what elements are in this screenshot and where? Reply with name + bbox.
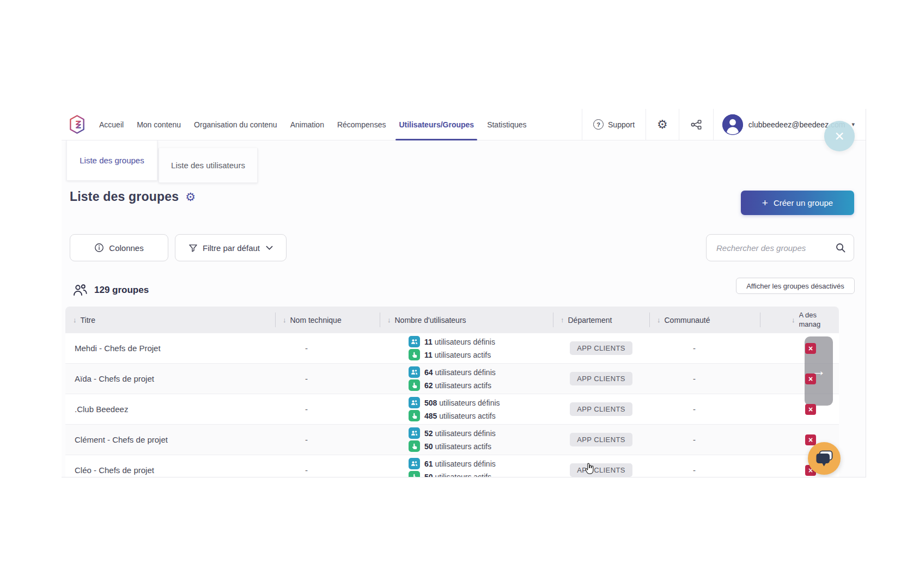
remove-managers-badge[interactable]: × (805, 404, 816, 415)
active-label: utilisateurs actifs (439, 412, 495, 420)
technical-name: - (275, 394, 380, 424)
department-badge: APP CLIENTS (570, 402, 632, 416)
defined-count: 11 (424, 338, 433, 346)
community: - (649, 425, 760, 455)
community: - (649, 333, 760, 363)
technical-name: - (275, 364, 380, 394)
header-label: Communauté (665, 316, 710, 324)
active-count: 50 (424, 473, 433, 478)
users-active-icon (409, 471, 420, 477)
nav-item-recompenses[interactable]: Récompenses (331, 109, 393, 140)
active-label: utilisateurs actifs (435, 381, 491, 390)
header-departement[interactable]: ↑ Département (553, 307, 649, 333)
nav-item-utilisateurs-groupes[interactable]: Utilisateurs/Groupes (392, 109, 480, 140)
header-label: Titre (81, 316, 95, 324)
group-title: Mehdi - Chefs de Projet (65, 333, 275, 363)
tab-liste-des-groupes[interactable]: Liste des groupes (66, 140, 157, 181)
table-row[interactable]: .Club Beedeez - 508 utilisateurs définis… (65, 394, 839, 425)
defined-label: utilisateurs définis (435, 460, 495, 468)
tab-liste-des-utilisateurs[interactable]: Liste des utilisateurs (159, 148, 258, 183)
plus-icon: + (762, 198, 768, 208)
users-defined-icon (409, 427, 420, 439)
sort-up-icon: ↑ (561, 316, 564, 324)
active-count: 11 (424, 351, 433, 359)
technical-name: - (275, 425, 380, 455)
search-input[interactable] (716, 243, 835, 253)
users-active-icon (409, 379, 420, 391)
defined-count: 52 (424, 429, 433, 438)
user-counts: 508 utilisateurs définis 485 utilisateur… (380, 394, 553, 424)
close-button[interactable]: × (824, 121, 855, 151)
show-disabled-groups-button[interactable]: Afficher les groupes désactivés (736, 278, 855, 294)
chevron-down-icon (266, 246, 273, 250)
department-badge: APP CLIENTS (570, 341, 632, 355)
table-row[interactable]: Cléo - Chefs de projet - 61 utilisateurs… (65, 455, 839, 477)
defined-count: 61 (424, 460, 433, 468)
nav-item-statistiques[interactable]: Statistiques (480, 109, 533, 140)
page-settings-gear-icon[interactable]: ⚙ (185, 191, 196, 203)
defined-count: 508 (424, 399, 437, 407)
help-icon: ? (593, 119, 604, 130)
nav-item-organisation-du-contenu[interactable]: Organisation du contenu (187, 109, 284, 140)
header-nombre-utilisateurs[interactable]: ↓ Nombre d'utilisateurs (380, 307, 553, 333)
nav-item-accueil[interactable]: Accueil (93, 109, 130, 140)
active-count: 62 (424, 381, 433, 390)
header-label: Nom technique (290, 316, 342, 324)
org-structure-button[interactable] (679, 109, 713, 140)
org-chart-icon (690, 119, 702, 131)
nav-item-mon-contenu[interactable]: Mon contenu (130, 109, 187, 140)
beedeez-logo[interactable] (67, 109, 93, 140)
close-icon: × (835, 127, 844, 145)
users-active-icon (409, 410, 420, 421)
top-nav: Accueil Mon contenu Organisation du cont… (62, 109, 866, 140)
remove-managers-badge[interactable]: × (805, 343, 816, 354)
sort-down-icon: ↓ (387, 316, 391, 324)
user-counts: 61 utilisateurs définis 50 utilisateurs … (380, 455, 553, 477)
remove-managers-badge[interactable]: × (805, 434, 816, 445)
sort-down-icon: ↓ (792, 316, 795, 324)
group-title: Aïda - Chefs de projet (65, 364, 275, 394)
filter-label: Filtre par défaut (203, 243, 260, 253)
default-filter-button[interactable]: Filtre par défaut (175, 234, 287, 261)
community: - (649, 394, 760, 424)
user-counts: 11 utilisateurs définis 11 utilisateurs … (380, 333, 553, 363)
table-row[interactable]: Aïda - Chefs de projet - 64 utilisateurs… (65, 364, 839, 394)
active-count: 50 (424, 442, 433, 451)
active-label: utilisateurs actifs (435, 351, 491, 359)
technical-name: - (275, 333, 380, 363)
header-a-des-managers[interactable]: ↓ A des manag (760, 307, 839, 333)
columns-button[interactable]: Colonnes (70, 234, 168, 261)
settings-button[interactable]: ⚙ (646, 109, 679, 140)
filter-funnel-icon (188, 243, 198, 253)
department-badge: APP CLIENTS (570, 433, 632, 446)
remove-managers-badge[interactable]: × (805, 373, 816, 384)
users-defined-icon (409, 458, 420, 469)
table-row[interactable]: Mehdi - Chefs de Projet - 11 utilisateur… (65, 333, 839, 364)
sort-down-icon: ↓ (73, 316, 77, 324)
main-menu: Accueil Mon contenu Organisation du cont… (93, 109, 533, 140)
header-titre[interactable]: ↓ Titre (65, 307, 275, 333)
beedeez-logo-icon (69, 115, 85, 134)
chat-bubbles-icon (813, 448, 835, 469)
table-header: ↓ Titre ↓ Nom technique ↓ Nombre d'utili… (65, 307, 839, 333)
support-label: Support (608, 120, 635, 129)
columns-label: Colonnes (109, 243, 143, 253)
support-button[interactable]: ? Support (582, 109, 646, 140)
active-count: 485 (424, 412, 437, 420)
groups-table: ↓ Titre ↓ Nom technique ↓ Nombre d'utili… (65, 307, 839, 477)
defined-count: 64 (424, 368, 433, 377)
create-group-label: Créer un groupe (774, 198, 833, 207)
users-defined-icon (409, 397, 420, 408)
chat-widget-button[interactable] (808, 442, 841, 475)
header-nom-technique[interactable]: ↓ Nom technique (275, 307, 380, 333)
nav-right-cluster: ? Support ⚙ (582, 109, 858, 140)
header-label: Département (568, 316, 612, 324)
header-communaute[interactable]: ↓ Communauté (649, 307, 760, 333)
search-icon[interactable] (835, 242, 846, 253)
community: - (649, 455, 760, 477)
chevron-down-icon: ▾ (851, 121, 855, 128)
table-row[interactable]: Clément - Chefs de projet - 52 utilisate… (65, 425, 839, 455)
create-group-button[interactable]: + Créer un groupe (741, 191, 854, 215)
nav-item-animation[interactable]: Animation (284, 109, 331, 140)
app-window: Accueil Mon contenu Organisation du cont… (62, 109, 866, 477)
